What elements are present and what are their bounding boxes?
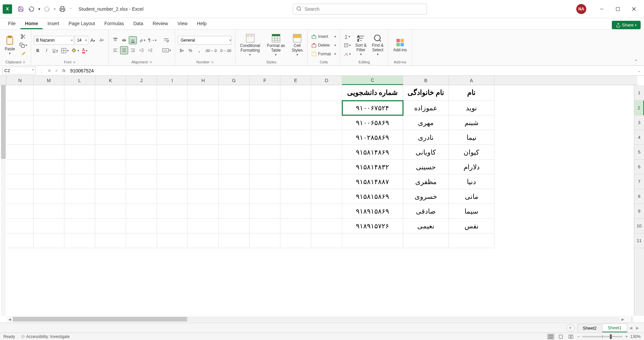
cell-B9[interactable]: صادقی <box>403 204 449 219</box>
cell-L6[interactable] <box>64 160 95 174</box>
cell-L8[interactable] <box>64 189 95 204</box>
cell-J7[interactable] <box>126 174 157 189</box>
align-middle-button[interactable] <box>120 36 128 44</box>
cell-J2[interactable] <box>126 101 157 115</box>
cell-C6[interactable]: ۹۱۵۸۱۴۸۳۲ <box>342 160 403 174</box>
cell-B11[interactable] <box>403 233 449 248</box>
undo-button[interactable] <box>26 4 37 14</box>
cell-A5[interactable]: کیوان <box>449 145 494 160</box>
cell-M8[interactable] <box>34 189 64 204</box>
cell-E1[interactable] <box>280 85 311 101</box>
cell-L11[interactable] <box>64 233 95 248</box>
cell-D6[interactable] <box>311 160 342 174</box>
formula-input[interactable] <box>67 67 634 74</box>
borders-button[interactable]: ▾ <box>60 47 70 55</box>
increase-indent-button[interactable] <box>146 46 154 54</box>
tab-review[interactable]: Review <box>148 19 173 29</box>
cell-E2[interactable] <box>280 101 311 115</box>
cell-I11[interactable] <box>157 233 188 248</box>
cell-H11[interactable] <box>188 233 219 248</box>
cell-J1[interactable] <box>126 85 157 101</box>
cell-H10[interactable] <box>188 219 219 233</box>
cell-M5[interactable] <box>34 145 64 160</box>
cell-E7[interactable] <box>280 174 311 189</box>
close-button[interactable] <box>627 4 641 14</box>
cell-K9[interactable] <box>95 204 126 219</box>
cell-E5[interactable] <box>280 145 311 160</box>
cell-D9[interactable] <box>311 204 342 219</box>
cell-A8[interactable]: مانی <box>449 189 494 204</box>
sort-filter-button[interactable]: AZ Sort & Filter▾ <box>353 33 368 57</box>
cell-C10[interactable]: ۹۱۸۹۱۵۷۲۶ <box>342 219 403 233</box>
percent-button[interactable]: % <box>186 47 195 55</box>
cell-C4[interactable]: ۹۱۰۲۸۵۸۶۹ <box>342 130 403 145</box>
cell-E11[interactable] <box>280 233 311 248</box>
row-header-5[interactable]: 5 <box>634 145 644 160</box>
cell-D7[interactable] <box>311 174 342 189</box>
fx-icon[interactable]: fx <box>62 68 65 73</box>
cell-L4[interactable] <box>64 130 95 145</box>
cell-M2[interactable] <box>34 101 64 115</box>
cell-B6[interactable]: حسینی <box>403 160 449 174</box>
cell-B7[interactable]: مظفری <box>403 174 449 189</box>
zoom-in-button[interactable]: + <box>625 334 628 339</box>
conditional-formatting-button[interactable]: Conditional Formatting▾ <box>238 33 262 57</box>
share-button[interactable]: Share ▾ <box>612 21 641 29</box>
cell-J10[interactable] <box>126 219 157 233</box>
cell-K4[interactable] <box>95 130 126 145</box>
cell-H7[interactable] <box>188 174 219 189</box>
cell-H5[interactable] <box>188 145 219 160</box>
cell-M10[interactable] <box>34 219 64 233</box>
sheet-split-handle[interactable]: ⋮ <box>630 317 634 322</box>
cell-I5[interactable] <box>157 145 188 160</box>
number-format-select[interactable] <box>178 36 232 45</box>
align-bottom-button[interactable] <box>129 36 137 44</box>
cell-G11[interactable] <box>219 233 250 248</box>
cell-A3[interactable]: شبنم <box>449 115 494 130</box>
cell-B3[interactable]: مهری <box>403 115 449 130</box>
cell-B5[interactable]: کاویانی <box>403 145 449 160</box>
column-header-F[interactable]: F <box>250 76 280 85</box>
row-header-6[interactable]: 6 <box>634 160 644 174</box>
tab-insert[interactable]: Insert <box>43 19 64 29</box>
cell-D10[interactable] <box>311 219 342 233</box>
maximize-button[interactable] <box>610 4 625 14</box>
cell-G3[interactable] <box>219 115 250 130</box>
row-header-10[interactable]: 10 <box>634 219 644 233</box>
print-button[interactable] <box>57 4 68 14</box>
cell-E10[interactable] <box>280 219 311 233</box>
cell-F3[interactable] <box>250 115 280 130</box>
cell-M3[interactable] <box>34 115 64 130</box>
cell-J6[interactable] <box>126 160 157 174</box>
fill-color-button[interactable]: ▾ <box>70 47 80 55</box>
column-header-C[interactable]: C <box>342 76 403 85</box>
text-direction-button[interactable]: ¶→▾ <box>147 36 158 44</box>
cell-N6[interactable] <box>7 160 34 174</box>
cell-H4[interactable] <box>188 130 219 145</box>
column-header-M[interactable]: M <box>34 76 64 85</box>
row-header-9[interactable]: 9 <box>634 204 644 219</box>
cell-G8[interactable] <box>219 189 250 204</box>
cell-M11[interactable] <box>34 233 64 248</box>
cell-D1[interactable] <box>311 85 342 101</box>
currency-button[interactable]: $▾ <box>178 47 186 55</box>
cell-M7[interactable] <box>34 174 64 189</box>
italic-button[interactable]: I <box>43 47 51 55</box>
column-header-I[interactable]: I <box>157 76 188 85</box>
select-all-button[interactable] <box>0 76 7 85</box>
cell-F7[interactable] <box>250 174 280 189</box>
vertical-scrollbar[interactable] <box>0 76 7 316</box>
cell-L10[interactable] <box>64 219 95 233</box>
column-header-H[interactable]: H <box>188 76 219 85</box>
cell-N2[interactable] <box>7 101 34 115</box>
cell-B2[interactable]: عموزاده <box>403 101 449 115</box>
qat-customize[interactable]: ⁼ <box>68 4 74 14</box>
cell-K5[interactable] <box>95 145 126 160</box>
cell-I1[interactable] <box>157 85 188 101</box>
cell-N3[interactable] <box>7 115 34 130</box>
name-box[interactable]: C2 <box>2 67 36 74</box>
cell-L2[interactable] <box>64 101 95 115</box>
cell-K2[interactable] <box>95 101 126 115</box>
cell-L9[interactable] <box>64 204 95 219</box>
cell-I3[interactable] <box>157 115 188 130</box>
